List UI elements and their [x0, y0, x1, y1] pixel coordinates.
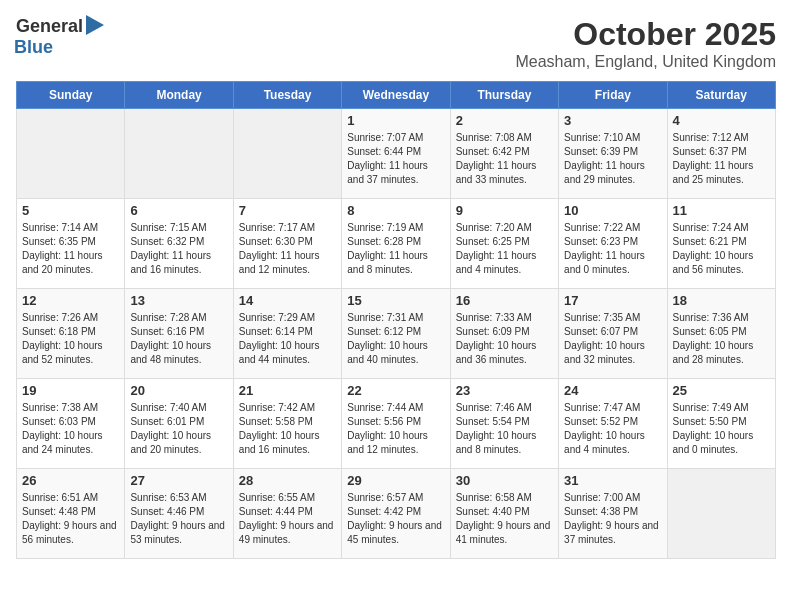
calendar-cell: 29Sunrise: 6:57 AMSunset: 4:42 PMDayligh… [342, 469, 450, 559]
day-number: 31 [564, 473, 661, 488]
calendar-cell: 30Sunrise: 6:58 AMSunset: 4:40 PMDayligh… [450, 469, 558, 559]
cell-content: Sunrise: 7:19 AMSunset: 6:28 PMDaylight:… [347, 221, 444, 277]
calendar-body: 1Sunrise: 7:07 AMSunset: 6:44 PMDaylight… [17, 109, 776, 559]
day-number: 4 [673, 113, 770, 128]
calendar-cell: 2Sunrise: 7:08 AMSunset: 6:42 PMDaylight… [450, 109, 558, 199]
calendar-cell: 10Sunrise: 7:22 AMSunset: 6:23 PMDayligh… [559, 199, 667, 289]
calendar-week-row: 26Sunrise: 6:51 AMSunset: 4:48 PMDayligh… [17, 469, 776, 559]
calendar-cell: 5Sunrise: 7:14 AMSunset: 6:35 PMDaylight… [17, 199, 125, 289]
calendar-cell: 27Sunrise: 6:53 AMSunset: 4:46 PMDayligh… [125, 469, 233, 559]
cell-content: Sunrise: 7:07 AMSunset: 6:44 PMDaylight:… [347, 131, 444, 187]
calendar-cell: 6Sunrise: 7:15 AMSunset: 6:32 PMDaylight… [125, 199, 233, 289]
day-header: Thursday [450, 82, 558, 109]
cell-content: Sunrise: 6:57 AMSunset: 4:42 PMDaylight:… [347, 491, 444, 547]
logo-blue-text: Blue [14, 37, 53, 58]
calendar-cell: 26Sunrise: 6:51 AMSunset: 4:48 PMDayligh… [17, 469, 125, 559]
calendar-cell: 23Sunrise: 7:46 AMSunset: 5:54 PMDayligh… [450, 379, 558, 469]
calendar-cell: 13Sunrise: 7:28 AMSunset: 6:16 PMDayligh… [125, 289, 233, 379]
cell-content: Sunrise: 6:53 AMSunset: 4:46 PMDaylight:… [130, 491, 227, 547]
cell-content: Sunrise: 7:29 AMSunset: 6:14 PMDaylight:… [239, 311, 336, 367]
day-number: 5 [22, 203, 119, 218]
cell-content: Sunrise: 7:22 AMSunset: 6:23 PMDaylight:… [564, 221, 661, 277]
day-number: 7 [239, 203, 336, 218]
cell-content: Sunrise: 7:33 AMSunset: 6:09 PMDaylight:… [456, 311, 553, 367]
cell-content: Sunrise: 7:31 AMSunset: 6:12 PMDaylight:… [347, 311, 444, 367]
calendar-cell [17, 109, 125, 199]
calendar-cell: 1Sunrise: 7:07 AMSunset: 6:44 PMDaylight… [342, 109, 450, 199]
cell-content: Sunrise: 7:14 AMSunset: 6:35 PMDaylight:… [22, 221, 119, 277]
subtitle: Measham, England, United Kingdom [515, 53, 776, 71]
cell-content: Sunrise: 6:58 AMSunset: 4:40 PMDaylight:… [456, 491, 553, 547]
calendar-header: SundayMondayTuesdayWednesdayThursdayFrid… [17, 82, 776, 109]
calendar-cell: 19Sunrise: 7:38 AMSunset: 6:03 PMDayligh… [17, 379, 125, 469]
day-number: 28 [239, 473, 336, 488]
day-number: 27 [130, 473, 227, 488]
cell-content: Sunrise: 7:17 AMSunset: 6:30 PMDaylight:… [239, 221, 336, 277]
calendar-cell: 9Sunrise: 7:20 AMSunset: 6:25 PMDaylight… [450, 199, 558, 289]
day-number: 17 [564, 293, 661, 308]
cell-content: Sunrise: 7:42 AMSunset: 5:58 PMDaylight:… [239, 401, 336, 457]
day-number: 8 [347, 203, 444, 218]
logo-arrow-icon [86, 15, 104, 35]
calendar-week-row: 1Sunrise: 7:07 AMSunset: 6:44 PMDaylight… [17, 109, 776, 199]
calendar-week-row: 12Sunrise: 7:26 AMSunset: 6:18 PMDayligh… [17, 289, 776, 379]
day-number: 11 [673, 203, 770, 218]
day-number: 12 [22, 293, 119, 308]
day-number: 16 [456, 293, 553, 308]
cell-content: Sunrise: 7:12 AMSunset: 6:37 PMDaylight:… [673, 131, 770, 187]
calendar-cell: 11Sunrise: 7:24 AMSunset: 6:21 PMDayligh… [667, 199, 775, 289]
day-number: 25 [673, 383, 770, 398]
calendar-week-row: 5Sunrise: 7:14 AMSunset: 6:35 PMDaylight… [17, 199, 776, 289]
calendar-cell: 18Sunrise: 7:36 AMSunset: 6:05 PMDayligh… [667, 289, 775, 379]
calendar-cell: 28Sunrise: 6:55 AMSunset: 4:44 PMDayligh… [233, 469, 341, 559]
calendar-cell: 20Sunrise: 7:40 AMSunset: 6:01 PMDayligh… [125, 379, 233, 469]
day-number: 9 [456, 203, 553, 218]
cell-content: Sunrise: 7:36 AMSunset: 6:05 PMDaylight:… [673, 311, 770, 367]
cell-content: Sunrise: 6:51 AMSunset: 4:48 PMDaylight:… [22, 491, 119, 547]
day-number: 21 [239, 383, 336, 398]
day-header: Friday [559, 82, 667, 109]
day-number: 1 [347, 113, 444, 128]
logo-general-text: General [16, 16, 83, 37]
day-number: 15 [347, 293, 444, 308]
day-number: 18 [673, 293, 770, 308]
header: General Blue October 2025 Measham, Engla… [16, 16, 776, 71]
day-number: 20 [130, 383, 227, 398]
cell-content: Sunrise: 7:15 AMSunset: 6:32 PMDaylight:… [130, 221, 227, 277]
calendar-week-row: 19Sunrise: 7:38 AMSunset: 6:03 PMDayligh… [17, 379, 776, 469]
day-header: Tuesday [233, 82, 341, 109]
day-header: Saturday [667, 82, 775, 109]
calendar-cell: 24Sunrise: 7:47 AMSunset: 5:52 PMDayligh… [559, 379, 667, 469]
day-number: 24 [564, 383, 661, 398]
cell-content: Sunrise: 7:26 AMSunset: 6:18 PMDaylight:… [22, 311, 119, 367]
cell-content: Sunrise: 7:28 AMSunset: 6:16 PMDaylight:… [130, 311, 227, 367]
day-number: 13 [130, 293, 227, 308]
calendar-cell: 7Sunrise: 7:17 AMSunset: 6:30 PMDaylight… [233, 199, 341, 289]
cell-content: Sunrise: 7:08 AMSunset: 6:42 PMDaylight:… [456, 131, 553, 187]
day-number: 30 [456, 473, 553, 488]
calendar-cell [667, 469, 775, 559]
logo: General Blue [16, 16, 104, 58]
calendar-cell: 8Sunrise: 7:19 AMSunset: 6:28 PMDaylight… [342, 199, 450, 289]
day-number: 14 [239, 293, 336, 308]
calendar-table: SundayMondayTuesdayWednesdayThursdayFrid… [16, 81, 776, 559]
calendar-cell: 31Sunrise: 7:00 AMSunset: 4:38 PMDayligh… [559, 469, 667, 559]
day-number: 19 [22, 383, 119, 398]
main-title: October 2025 [515, 16, 776, 53]
day-number: 26 [22, 473, 119, 488]
day-number: 2 [456, 113, 553, 128]
cell-content: Sunrise: 7:40 AMSunset: 6:01 PMDaylight:… [130, 401, 227, 457]
cell-content: Sunrise: 7:24 AMSunset: 6:21 PMDaylight:… [673, 221, 770, 277]
calendar-cell: 22Sunrise: 7:44 AMSunset: 5:56 PMDayligh… [342, 379, 450, 469]
day-number: 29 [347, 473, 444, 488]
cell-content: Sunrise: 7:20 AMSunset: 6:25 PMDaylight:… [456, 221, 553, 277]
day-number: 22 [347, 383, 444, 398]
day-number: 3 [564, 113, 661, 128]
day-number: 6 [130, 203, 227, 218]
cell-content: Sunrise: 7:10 AMSunset: 6:39 PMDaylight:… [564, 131, 661, 187]
cell-content: Sunrise: 7:00 AMSunset: 4:38 PMDaylight:… [564, 491, 661, 547]
calendar-cell [125, 109, 233, 199]
calendar-cell: 15Sunrise: 7:31 AMSunset: 6:12 PMDayligh… [342, 289, 450, 379]
calendar-cell: 4Sunrise: 7:12 AMSunset: 6:37 PMDaylight… [667, 109, 775, 199]
calendar-cell: 21Sunrise: 7:42 AMSunset: 5:58 PMDayligh… [233, 379, 341, 469]
